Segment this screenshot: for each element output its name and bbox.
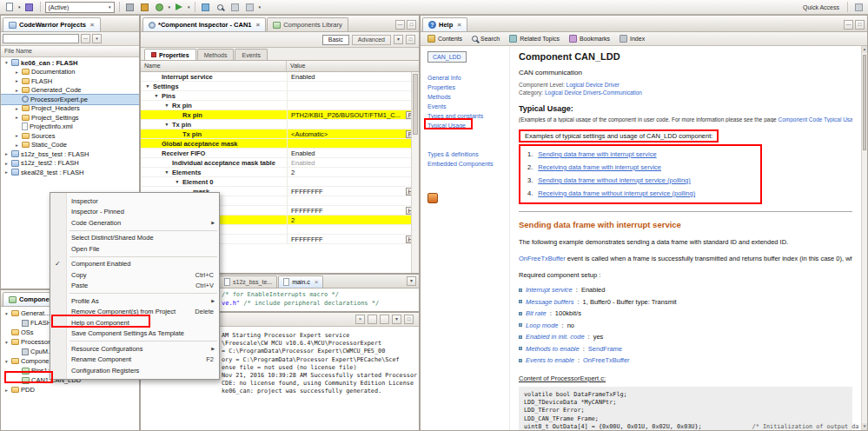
open-console-icon[interactable]: □ <box>404 315 414 324</box>
menu-item-rename-component[interactable]: Rename ComponentF2 <box>50 355 219 366</box>
menu-item-help-on-component[interactable]: Help on Component <box>50 317 219 328</box>
minimize-icon[interactable]: — <box>844 20 853 30</box>
tree-item-project-settings[interactable]: ▸Project_Settings <box>1 113 139 123</box>
expander-icon[interactable]: ▸ <box>14 133 20 138</box>
nav-link-general-info[interactable]: General Info <box>427 73 509 83</box>
tree-item-projectinfo-xml[interactable]: ProjectInfo.xml <box>1 123 139 132</box>
menu-item-paste[interactable]: PasteCtrl+V <box>50 281 219 292</box>
expander-icon[interactable]: ▸ <box>3 169 10 175</box>
menu-item-resource-configurations[interactable]: Resource Configurations▶ <box>50 343 219 355</box>
debug-dropdown-icon[interactable]: ▾ <box>169 4 171 10</box>
view-menu-icon[interactable]: ▾ <box>92 34 102 43</box>
nav-current-topic[interactable]: CAN_LDD <box>427 51 467 63</box>
tree-item-skeal28-test[interactable]: ▸skeal28_test : FLASH <box>1 168 139 177</box>
perspective-icon[interactable] <box>852 2 865 13</box>
tab-properties[interactable]: Properties <box>144 49 196 60</box>
tree-item-pdd[interactable]: ▸PDD <box>1 385 139 395</box>
maximize-icon[interactable]: □ <box>855 20 865 30</box>
setup-label[interactable]: Events to enable <box>526 356 574 364</box>
tree-item-s12z-test2[interactable]: ▸s12z_test2 : FLASH <box>1 159 139 169</box>
expander-icon[interactable]: ▸ <box>14 88 20 93</box>
nav-link-properties[interactable]: Properties <box>427 83 509 92</box>
tree-item-s12z-bss-test[interactable]: ▸s12z_bss_test : FLASH <box>1 149 139 159</box>
table-row[interactable]: Individual acceptance mask tableEnabled <box>141 158 419 168</box>
nav-link-methods[interactable]: Methods <box>427 92 509 102</box>
expander-icon[interactable]: ▾ <box>163 122 170 127</box>
clear-console-icon[interactable]: × <box>355 315 365 324</box>
new-dropdown-icon[interactable]: ▾ <box>18 4 21 10</box>
tree-item-documentation[interactable]: ▸Documentation <box>1 68 139 77</box>
quick-access-label[interactable]: Quick Access <box>803 4 843 10</box>
tab-events[interactable]: Events <box>235 49 267 60</box>
example-link-sending-polling[interactable]: Sending data frame without interrupt ser… <box>538 176 691 184</box>
nav-link-embedded-components[interactable]: Embedded Components <box>427 159 509 169</box>
menu-item-open-file[interactable]: Open File <box>50 243 219 255</box>
table-row[interactable]: Tx pin<Automatic>P <box>141 129 419 139</box>
nav-link-types-definitions[interactable]: Types & definitions <box>427 149 509 159</box>
table-row[interactable]: Rx pinPTH2/KBI1_P26/BUSOUT/FTM1_C...P <box>141 110 419 120</box>
file-name-column-header[interactable]: File Name <box>1 46 139 57</box>
new-wizard-icon[interactable] <box>200 2 212 13</box>
nav-link-events[interactable]: Events <box>427 102 509 111</box>
typical-usage-page-link[interactable]: Component Code Typical Usage <box>778 116 852 123</box>
menu-item-select-distinct-shared-mode[interactable]: Select Distinct/Shared Mode <box>50 233 219 244</box>
expander-icon[interactable]: ▾ <box>144 83 151 89</box>
active-config-select[interactable]: (Active)▾ <box>45 2 115 13</box>
example-link-sending-interrupt[interactable]: Sending data frame with interrupt servic… <box>538 150 656 158</box>
expander-icon[interactable]: ▾ <box>3 60 10 65</box>
setup-label[interactable]: Loop mode <box>526 322 559 329</box>
tree-item-flash[interactable]: ▸FLASH <box>1 76 139 86</box>
menu-item-configuration-registers[interactable]: Configuration Registers <box>50 365 219 376</box>
misc-tool-icon-2[interactable] <box>244 2 256 13</box>
tree-item-generated-code[interactable]: ▸Generated_Code <box>1 86 139 96</box>
build-icon[interactable] <box>124 2 136 13</box>
scrollbar-thumb[interactable] <box>863 55 866 150</box>
menu-item-remove-component[interactable]: Remove Component(s) from ProjectDelete <box>50 307 219 318</box>
tools-dropdown-icon[interactable]: ▾ <box>259 4 262 10</box>
expander-icon[interactable]: ▸ <box>3 161 10 166</box>
tab-main-c[interactable]: main.c× <box>278 275 323 288</box>
scroll-up-icon[interactable]: ▲ <box>862 46 867 53</box>
close-icon[interactable]: × <box>90 21 95 29</box>
run-dropdown-icon[interactable]: ▾ <box>188 4 190 10</box>
menu-item-profile-as[interactable]: Profile As▶ <box>50 295 219 307</box>
view-menu-icon[interactable]: ▾ <box>394 35 403 44</box>
debug-icon[interactable] <box>154 2 166 13</box>
expander-icon[interactable]: ▾ <box>174 179 181 184</box>
sendframe-link[interactable]: SendFrame <box>588 345 622 353</box>
expander-icon[interactable]: ▸ <box>3 151 10 156</box>
expander-icon[interactable]: ▸ <box>14 70 20 75</box>
new-file-icon[interactable] <box>3 2 16 13</box>
display-selected-console-icon[interactable]: ▾ <box>392 315 401 324</box>
minimize-icon[interactable]: — <box>395 20 405 30</box>
name-column-header[interactable]: Name <box>141 61 287 71</box>
tree-item-processorexpert[interactable]: ProcessorExpert.pe <box>1 95 139 104</box>
tab-methods[interactable]: Methods <box>197 49 235 60</box>
advanced-mode-button[interactable]: Advanced <box>352 35 391 45</box>
expander-icon[interactable]: ▾ <box>3 359 10 364</box>
menu-item-inspector-pinned[interactable]: Inspector - Pinned <box>50 207 219 218</box>
scrollbar-thumb[interactable] <box>413 74 418 135</box>
misc-tool-icon[interactable] <box>229 2 242 13</box>
table-row[interactable]: Receiver FIFOEnabled <box>141 149 419 158</box>
setup-label[interactable]: Enabled in init. code <box>526 333 585 341</box>
help-scrollbar[interactable]: ▲ ▼ <box>861 46 867 430</box>
save-icon[interactable] <box>23 2 36 13</box>
example-link-receiving-interrupt[interactable]: Receiving data frame with interrupt serv… <box>538 163 661 171</box>
tree-item-project-headers[interactable]: ▸Project_Headers <box>1 104 139 114</box>
run-icon[interactable] <box>173 2 185 13</box>
example-link-receiving-polling[interactable]: Receiving data frame without interrupt s… <box>538 189 695 197</box>
menu-item-code-generation[interactable]: Code Generation▶ <box>50 217 219 229</box>
expander-icon[interactable]: ▸ <box>14 143 20 148</box>
tree-item-sources[interactable]: ▸Sources <box>1 131 139 141</box>
table-row[interactable]: ▾Tx pin <box>141 120 419 129</box>
tree-item-static-code[interactable]: ▸Static_Code <box>1 141 139 150</box>
tab-components-library[interactable]: Components Library <box>267 17 348 31</box>
table-row[interactable]: ▾Rx pin <box>141 101 419 110</box>
setup-label[interactable]: Interrupt service <box>526 286 573 294</box>
collapse-all-icon[interactable]: — <box>81 34 90 43</box>
close-icon[interactable]: × <box>457 21 461 29</box>
search-button[interactable]: Search <box>472 36 500 42</box>
menu-item-copy[interactable]: CopyCtrl+C <box>50 269 219 281</box>
tree-item-ke06-can[interactable]: ▾ke06_can : FLASH <box>1 58 139 68</box>
